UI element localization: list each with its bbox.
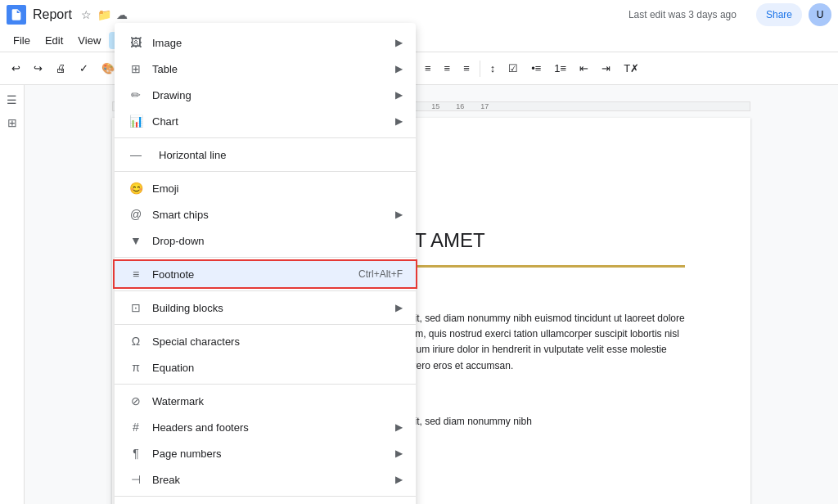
doc-title: Report — [33, 7, 72, 22]
main-layout: ☰ ⊞ 1234567891011121314151617 COURSE NAM… — [0, 85, 838, 504]
menu-item-drawing[interactable]: ✏ Drawing ▶ — [115, 82, 416, 108]
chart-icon: 📊 — [128, 113, 144, 129]
folder-icon[interactable]: 📁 — [97, 7, 111, 22]
hline-icon: — — [128, 146, 144, 163]
menu-item-break[interactable]: ⊣ Break ▶ — [115, 466, 416, 493]
headers-arrow: ▶ — [395, 421, 403, 433]
menu-section-media: 🖼 Image ▶ ⊞ Table ▶ ✏ Drawing ▶ 📊 Chart … — [115, 26, 416, 137]
chart-label: Chart — [152, 115, 392, 128]
footnote-label: Footnote — [152, 268, 352, 281]
emoji-label: Emoji — [152, 182, 403, 195]
dropdown-label: Drop-down — [152, 235, 403, 247]
avatar[interactable]: U — [809, 3, 831, 26]
print-button[interactable]: 🖨 — [51, 59, 71, 78]
align-right[interactable]: ≡ — [439, 59, 456, 78]
buildingblocks-arrow: ▶ — [395, 302, 403, 313]
image-label: Image — [152, 37, 392, 49]
menu-item-smartchips[interactable]: @ Smart chips ▶ — [115, 201, 416, 227]
menu-section-layout: ⊘ Watermark # Headers and footers ▶ ¶ Pa… — [115, 384, 416, 496]
menu-item-hline[interactable]: — Horizontal line — [115, 142, 416, 168]
table-arrow: ▶ — [395, 63, 403, 74]
clear-format[interactable]: T✗ — [619, 59, 644, 78]
smartchips-label: Smart chips — [152, 209, 392, 221]
menu-section-smart: 😊 Emoji @ Smart chips ▶ ▼ Drop-down — [115, 171, 416, 257]
pagenumbers-arrow: ▶ — [395, 448, 403, 459]
bullet-list[interactable]: •≡ — [526, 59, 546, 78]
menu-item-pagenumbers[interactable]: ¶ Page numbers ▶ — [115, 440, 416, 466]
sidebar: ☰ ⊞ — [0, 85, 25, 504]
equation-label: Equation — [152, 362, 403, 374]
menu-item-image[interactable]: 🖼 Image ▶ — [115, 29, 416, 56]
menu-section-hline: — Horizontal line — [115, 137, 416, 171]
numbered-list[interactable]: 1≡ — [549, 59, 571, 78]
menu-item-chart[interactable]: 📊 Chart ▶ — [115, 108, 416, 134]
checklist[interactable]: ☑ — [503, 59, 523, 78]
footnote-shortcut: Ctrl+Alt+F — [358, 268, 403, 280]
emoji-icon: 😊 — [128, 180, 144, 196]
indent-increase[interactable]: ⇥ — [597, 59, 615, 78]
align-center[interactable]: ≡ — [420, 59, 436, 78]
image-icon: 🖼 — [128, 34, 144, 51]
menu-item-emoji[interactable]: 😊 Emoji — [115, 175, 416, 201]
line-spacing[interactable]: ↕ — [485, 59, 501, 78]
menu-item-equation[interactable]: π Equation — [115, 354, 416, 380]
menu-item-specialchars[interactable]: Ω Special characters — [115, 328, 416, 354]
specialchars-icon: Ω — [128, 333, 144, 349]
menu-section-links: 🔗 Link Ctrl+K 💬 Comment Ctrl+Alt+M 😀 Emo… — [115, 496, 416, 504]
pagenumbers-icon: ¶ — [128, 445, 144, 461]
drawing-label: Drawing — [152, 89, 392, 101]
redo-button[interactable]: ↪ — [29, 59, 47, 78]
break-icon: ⊣ — [128, 471, 144, 488]
watermark-icon: ⊘ — [128, 393, 144, 409]
menu-section-blocks: ⊡ Building blocks ▶ — [115, 290, 416, 324]
share-area: Share U — [756, 3, 831, 26]
pagenumbers-label: Page numbers — [152, 448, 392, 460]
title-icons: ☆ 📁 ☁ — [79, 7, 129, 22]
undo-button[interactable]: ↩ — [7, 59, 25, 78]
share-button[interactable]: Share — [756, 3, 802, 26]
headers-label: Headers and footers — [152, 421, 392, 434]
dropdown-icon: ▼ — [128, 232, 144, 249]
sidebar-outline-icon[interactable]: ☰ — [4, 92, 20, 108]
spellcheck-button[interactable]: ✓ — [74, 59, 93, 78]
smartchips-arrow: ▶ — [395, 209, 403, 220]
buildingblocks-label: Building blocks — [152, 302, 392, 314]
menu-edit[interactable]: Edit — [38, 32, 70, 49]
menu-section-footnote: ≡ Footnote Ctrl+Alt+F — [115, 257, 416, 290]
last-edit-text: Last edit was 3 days ago — [628, 9, 737, 20]
menu-item-table[interactable]: ⊞ Table ▶ — [115, 56, 416, 82]
insert-dropdown-menu: 🖼 Image ▶ ⊞ Table ▶ ✏ Drawing ▶ 📊 Chart … — [115, 23, 416, 504]
menu-item-dropdown[interactable]: ▼ Drop-down — [115, 227, 416, 254]
menu-item-headers[interactable]: # Headers and footers ▶ — [115, 414, 416, 440]
footnote-icon: ≡ — [128, 266, 144, 282]
table-label: Table — [152, 63, 392, 75]
headers-icon: # — [128, 419, 144, 435]
star-icon[interactable]: ☆ — [79, 7, 93, 22]
equation-icon: π — [128, 359, 144, 376]
break-arrow: ▶ — [395, 474, 403, 485]
drawing-arrow: ▶ — [395, 89, 403, 101]
drawing-icon: ✏ — [128, 87, 144, 103]
menu-item-watermark[interactable]: ⊘ Watermark — [115, 388, 416, 414]
hline-label: Horizontal line — [159, 149, 403, 161]
align-justify[interactable]: ≡ — [458, 59, 475, 78]
menu-item-footnote[interactable]: ≡ Footnote Ctrl+Alt+F — [115, 261, 416, 287]
buildingblocks-icon: ⊡ — [128, 299, 144, 316]
break-label: Break — [152, 474, 392, 486]
menu-section-chars: Ω Special characters π Equation — [115, 324, 416, 384]
app-icon — [7, 5, 26, 25]
specialchars-label: Special characters — [152, 335, 403, 348]
menu-view[interactable]: View — [71, 32, 107, 49]
watermark-label: Watermark — [152, 395, 403, 407]
table-icon: ⊞ — [128, 61, 144, 77]
toolbar-separator-5 — [480, 61, 480, 77]
sidebar-search-icon[interactable]: ⊞ — [4, 115, 20, 131]
menu-item-buildingblocks[interactable]: ⊡ Building blocks ▶ — [115, 295, 416, 321]
cloud-icon[interactable]: ☁ — [115, 7, 129, 22]
menu-item-link[interactable]: 🔗 Link Ctrl+K — [115, 500, 416, 504]
indent-decrease[interactable]: ⇤ — [574, 59, 593, 78]
chart-arrow: ▶ — [395, 115, 403, 127]
menu-file[interactable]: File — [7, 32, 37, 49]
smartchips-icon: @ — [128, 206, 144, 223]
image-arrow: ▶ — [395, 37, 403, 48]
